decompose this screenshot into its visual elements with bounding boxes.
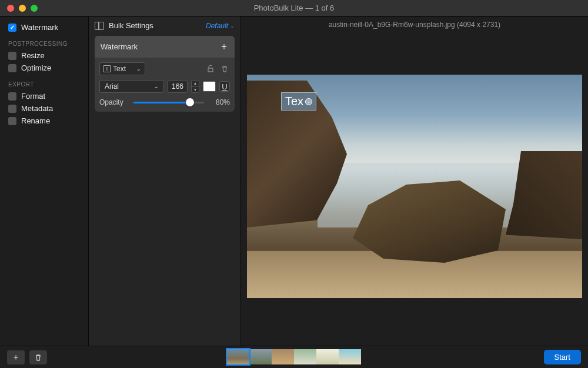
opacity-row: Opacity 80% xyxy=(99,98,230,107)
sidebar-heading-export: EXPORT xyxy=(0,74,88,90)
font-size-input[interactable]: 166 xyxy=(168,80,188,93)
rename-checkbox[interactable] xyxy=(8,117,16,125)
close-window-button[interactable] xyxy=(7,5,14,12)
thumbnail[interactable] xyxy=(249,349,272,364)
sidebar-item-label: Optimize xyxy=(21,63,51,72)
thumbnail[interactable] xyxy=(339,349,361,364)
slider-fill xyxy=(133,102,190,103)
trash-icon xyxy=(220,65,229,73)
thumbnail[interactable] xyxy=(272,349,294,364)
text-type-icon: T xyxy=(103,65,111,72)
thumbnail-strip xyxy=(227,349,361,364)
font-name: Arial xyxy=(105,82,119,91)
sidebar-heading-postprocessing: POSTPROCESSING xyxy=(0,34,88,49)
metadata-checkbox[interactable] xyxy=(8,105,16,113)
stepper-up-icon: ▲ xyxy=(192,81,199,87)
titlebar: PhotoBulk Lite — 1 of 6 xyxy=(0,0,588,16)
watermark-type-select[interactable]: T Text ⌄ xyxy=(99,62,145,75)
preview-area: austin-neill-0A_b9G-Rm6w-unsplash.jpg (4… xyxy=(241,16,588,346)
layout-icon xyxy=(95,22,104,30)
format-checkbox[interactable] xyxy=(8,92,16,101)
thumbnail[interactable] xyxy=(316,349,339,364)
sidebar-item-format[interactable]: Format xyxy=(0,90,88,102)
settings-header: Bulk Settings Default ⌄ xyxy=(95,21,235,30)
watermark-resize-handle[interactable]: ⌄ xyxy=(305,98,312,105)
preset-dropdown[interactable]: Default ⌄ xyxy=(206,22,235,30)
sidebar-item-metadata[interactable]: Metadata xyxy=(0,102,88,115)
watermark-type-label: Text xyxy=(113,65,126,73)
trash-icon xyxy=(34,353,42,362)
sidebar-item-label: Resize xyxy=(21,51,45,60)
lock-open-icon xyxy=(206,65,215,73)
zoom-window-button[interactable] xyxy=(31,5,38,12)
watermark-panel: Watermark ＋ T Text ⌄ xyxy=(95,36,235,112)
chevron-updown-icon: ⌄ xyxy=(154,83,159,89)
delete-watermark-button[interactable] xyxy=(219,63,230,74)
sidebar-item-watermark[interactable]: Watermark xyxy=(0,21,88,34)
thumbnail[interactable] xyxy=(294,349,316,364)
sidebar-item-optimize[interactable]: Optimize xyxy=(0,62,88,74)
preview-filename: austin-neill-0A_b9G-Rm6w-unsplash.jpg (4… xyxy=(241,16,588,33)
stepper-down-icon: ▼ xyxy=(192,87,199,93)
optimize-checkbox[interactable] xyxy=(8,64,16,72)
text-color-swatch[interactable] xyxy=(203,81,216,92)
window-controls xyxy=(7,5,38,12)
watermark-overlay[interactable]: Tex ⌄ xyxy=(281,92,316,111)
sidebar-item-label: Rename xyxy=(21,116,50,125)
preset-label: Default xyxy=(206,22,228,30)
sidebar-item-label: Metadata xyxy=(21,104,53,113)
underline-toggle[interactable]: U xyxy=(219,81,230,92)
watermark-text: Tex xyxy=(285,95,303,108)
thumbnail[interactable] xyxy=(227,349,249,364)
slider-thumb[interactable] xyxy=(186,98,194,106)
panel-title: Watermark xyxy=(101,42,138,51)
opacity-label: Opacity xyxy=(99,98,128,106)
watermark-type-row: T Text ⌄ xyxy=(99,62,230,75)
font-row: Arial ⌄ 166 ▲ ▼ U xyxy=(99,80,230,93)
watermark-checkbox[interactable] xyxy=(8,24,16,32)
remove-images-button[interactable] xyxy=(29,350,47,364)
main-content: Watermark POSTPROCESSING Resize Optimize… xyxy=(0,16,588,346)
watermark-panel-body: T Text ⌄ Arial xyxy=(95,58,235,112)
window-title: PhotoBulk Lite — 1 of 6 xyxy=(254,4,335,12)
add-images-button[interactable]: ＋ xyxy=(7,350,25,364)
font-select[interactable]: Arial ⌄ xyxy=(99,80,164,93)
sidebar-item-resize[interactable]: Resize xyxy=(0,49,88,62)
lock-toggle[interactable] xyxy=(205,63,216,74)
minimize-window-button[interactable] xyxy=(19,5,26,12)
settings-panel: Bulk Settings Default ⌄ Watermark ＋ T Te… xyxy=(88,16,241,346)
add-watermark-button[interactable]: ＋ xyxy=(219,41,229,53)
opacity-slider[interactable] xyxy=(133,98,204,107)
chevron-down-icon: ⌄ xyxy=(230,23,235,29)
footer: ＋ Start xyxy=(0,346,588,368)
preview-image[interactable]: Tex ⌄ xyxy=(247,75,582,298)
watermark-panel-header: Watermark ＋ xyxy=(95,36,235,58)
resize-checkbox[interactable] xyxy=(8,52,16,60)
start-button[interactable]: Start xyxy=(544,350,581,364)
preview-image-container: Tex ⌄ xyxy=(241,33,588,346)
sidebar-item-label: Watermark xyxy=(21,23,58,32)
sidebar: Watermark POSTPROCESSING Resize Optimize… xyxy=(0,16,88,346)
sidebar-item-label: Format xyxy=(21,92,45,101)
opacity-value: 80% xyxy=(210,98,230,106)
bulk-settings-title: Bulk Settings xyxy=(95,21,153,30)
font-size-stepper[interactable]: ▲ ▼ xyxy=(191,80,199,93)
plus-icon: ＋ xyxy=(12,352,20,363)
footer-left-controls: ＋ xyxy=(7,350,47,364)
sidebar-item-rename[interactable]: Rename xyxy=(0,115,88,127)
chevron-updown-icon: ⌄ xyxy=(136,66,141,72)
bulk-settings-label: Bulk Settings xyxy=(109,21,153,30)
